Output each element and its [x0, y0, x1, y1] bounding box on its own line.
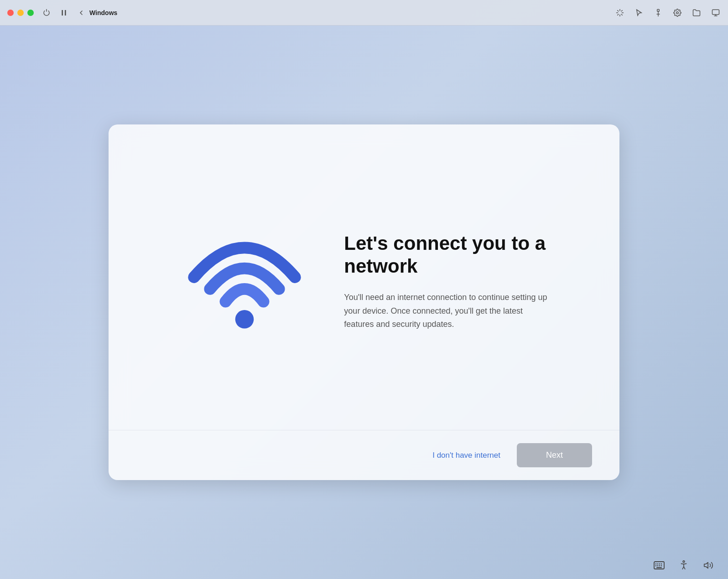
left-panel — [145, 222, 344, 332]
minimize-button[interactable] — [17, 10, 24, 16]
svg-rect-4 — [712, 10, 719, 15]
sound-icon[interactable] — [702, 559, 714, 571]
titlebar-title: Windows — [89, 9, 117, 16]
traffic-lights — [7, 10, 34, 16]
close-button[interactable] — [7, 10, 14, 16]
main-area: Let's connect you to a network You'll ne… — [0, 26, 728, 579]
no-internet-button[interactable]: I don't have internet — [432, 451, 500, 460]
usb-icon[interactable] — [653, 8, 663, 18]
settings-icon[interactable] — [672, 8, 682, 18]
titlebar-right-icons — [615, 8, 721, 18]
loader-icon[interactable] — [615, 8, 625, 18]
bottom-bar — [0, 552, 728, 579]
right-panel: Let's connect you to a network You'll ne… — [344, 223, 583, 331]
next-button[interactable]: Next — [517, 443, 592, 467]
power-icon[interactable] — [42, 8, 51, 17]
folder-icon[interactable] — [692, 8, 702, 18]
accessibility-icon[interactable] — [678, 559, 690, 571]
titlebar: Windows — [0, 0, 728, 26]
back-icon[interactable] — [77, 8, 86, 17]
setup-card: Let's connect you to a network You'll ne… — [109, 124, 619, 480]
pause-icon[interactable] — [59, 8, 68, 17]
svg-point-5 — [235, 310, 254, 329]
keyboard-icon[interactable] — [653, 559, 665, 571]
svg-rect-0 — [62, 10, 63, 16]
windows-icon[interactable] — [711, 8, 721, 18]
maximize-button[interactable] — [27, 10, 34, 16]
card-footer: I don't have internet Next — [109, 430, 619, 480]
svg-rect-1 — [65, 10, 66, 16]
svg-point-3 — [676, 11, 679, 14]
cursor-icon[interactable] — [634, 8, 644, 18]
setup-title: Let's connect you to a network — [344, 232, 583, 278]
svg-point-16 — [683, 561, 685, 563]
titlebar-icons — [42, 8, 86, 17]
svg-marker-17 — [704, 563, 708, 569]
setup-description: You'll need an internet connection to co… — [344, 291, 554, 331]
wifi-illustration — [181, 222, 308, 332]
card-body: Let's connect you to a network You'll ne… — [109, 124, 619, 430]
